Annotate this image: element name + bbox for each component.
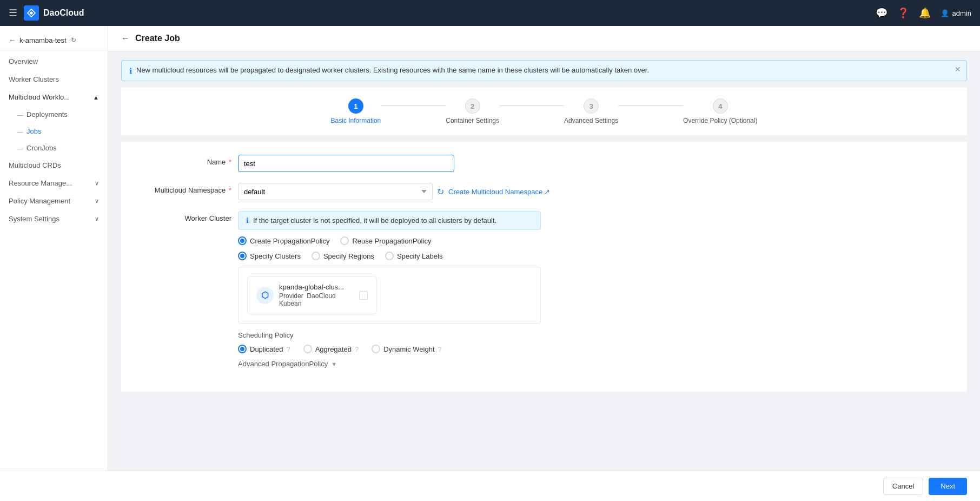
next-button[interactable]: Next [929,478,967,495]
name-row: Name * [134,155,954,172]
worker-cluster-info-box: ℹ If the target cluster is not specified… [238,211,541,230]
footer: Cancel Next [0,471,980,501]
logo-icon [24,5,39,21]
step-3-label: Advanced Settings [564,117,618,124]
reuse-propagation-option[interactable]: Reuse PropagationPolicy [340,236,431,245]
name-input[interactable] [238,155,454,172]
chevron-up-icon: ▲ [93,94,99,101]
specify-clusters-option[interactable]: Specify Clusters [238,252,301,260]
sidebar-item-label: CronJobs [27,144,57,152]
worker-cluster-wrap: ℹ If the target cluster is not specified… [238,211,954,368]
sidebar-item-label: Resource Manage... [9,179,72,187]
create-propagation-option[interactable]: Create PropagationPolicy [238,236,329,245]
advanced-propagation-label: Advanced PropagationPolicy [238,360,328,368]
step-4-circle: 4 [713,98,728,114]
sidebar-item-cronjobs[interactable]: CronJobs [0,140,108,156]
step-line-1 [381,106,446,106]
cluster-logo-icon: ⬡ [256,287,274,304]
namespace-select[interactable]: default [238,183,433,200]
cluster-area: ⬡ kpanda-global-clus... Provider DaoClou… [238,267,541,324]
scheduling-policy-label: Scheduling Policy [238,331,954,339]
create-namespace-link[interactable]: Create Multicloud Namespace ↗ [448,188,550,196]
step-1-circle: 1 [348,98,363,114]
svg-point-1 [30,11,32,14]
cluster-name: kpanda-global-clus... [279,283,354,291]
step-3-circle: 3 [584,98,599,114]
duplicated-option[interactable]: Duplicated ? [238,345,290,353]
sidebar-item-worker-clusters[interactable]: Worker Clusters [0,70,108,88]
cluster-checkbox[interactable] [359,291,368,300]
required-asterisk-ns: * [229,186,231,194]
sidebar-item-policy-management[interactable]: Policy Management ∨ [0,192,108,210]
scheduling-options: Duplicated ? Aggregated ? Dynamic Weight [238,345,954,353]
propagation-policy-group: Create PropagationPolicy Reuse Propagati… [238,236,954,245]
specify-regions-radio[interactable] [312,252,320,260]
namespace-row: Multicloud Namespace * default ↻ Create … [134,183,954,200]
page-back-button[interactable]: ← [121,34,130,43]
step-1: 1 Basic Information [331,98,381,124]
sidebar-item-label: Worker Clusters [9,75,59,83]
user-name: admin [952,9,971,17]
cluster-info: kpanda-global-clus... Provider DaoCloud … [279,283,354,307]
cancel-button[interactable]: Cancel [883,478,923,495]
specify-labels-radio[interactable] [385,252,394,260]
sidebar-item-resource-management[interactable]: Resource Manage... ∨ [0,174,108,192]
workspace-refresh-icon[interactable]: ↻ [71,36,76,44]
notification-icon[interactable]: 🔔 [919,7,931,19]
sidebar-item-deployments[interactable]: Deployments [0,106,108,123]
sidebar-item-system-settings[interactable]: System Settings ∨ [0,210,108,228]
dynamic-weight-option[interactable]: Dynamic Weight ? [372,345,442,353]
sidebar-item-jobs[interactable]: Jobs [0,123,108,140]
sidebar-item-label: Multicloud Worklo... [9,93,70,101]
name-label: Name * [134,155,231,166]
sidebar-item-overview[interactable]: Overview [0,52,108,70]
cluster-card: ⬡ kpanda-global-clus... Provider DaoClou… [247,276,377,314]
specify-clusters-radio[interactable] [238,252,247,260]
namespace-refresh-icon[interactable]: ↻ [437,187,444,197]
logo-text: DaoCloud [43,8,84,18]
duplicated-radio[interactable] [238,345,247,353]
hamburger-icon[interactable]: ☰ [9,7,17,19]
duplicated-help-icon[interactable]: ? [286,345,290,353]
step-line-3 [618,106,683,106]
chevron-down-icon: ∨ [95,215,99,222]
specify-regions-option[interactable]: Specify Regions [312,252,374,260]
help-icon[interactable]: ❓ [897,7,909,19]
step-2: 2 Container Settings [446,98,499,124]
dynamic-weight-help-icon[interactable]: ? [438,345,442,353]
namespace-select-wrap: default ↻ Create Multicloud Namespace ↗ [238,183,954,200]
workspace-back-icon[interactable]: ← [9,36,16,44]
topnav: ☰ DaoCloud 💬 ❓ 🔔 👤 admin [0,0,980,26]
create-propagation-radio[interactable] [238,236,247,245]
user-menu[interactable]: 👤 admin [941,9,971,17]
external-link-icon: ↗ [544,188,550,196]
sidebar-item-label: Multicloud CRDs [9,161,61,169]
content-area: ← Create Job ℹ New multicloud resources … [108,26,980,471]
cluster-provider: Provider DaoCloud Kubean [279,292,354,307]
advanced-propagation-row[interactable]: Advanced PropagationPolicy ▼ [238,360,954,368]
banner-close-button[interactable]: ✕ [955,65,961,74]
steps-container: 1 Basic Information 2 Container Settings… [121,88,967,135]
specify-labels-option[interactable]: Specify Labels [385,252,443,260]
chevron-down-icon: ∨ [95,180,99,187]
sidebar-item-label: Deployments [27,110,68,118]
message-icon[interactable]: 💬 [876,7,888,19]
aggregated-option[interactable]: Aggregated ? [303,345,359,353]
logo: DaoCloud [24,5,84,21]
reuse-propagation-radio[interactable] [340,236,349,245]
step-4-label: Override Policy (Optional) [683,117,757,124]
page-header: ← Create Job [108,26,980,51]
sidebar-item-multicloud-crds[interactable]: Multicloud CRDs [0,156,108,174]
worker-cluster-row: Worker Cluster ℹ If the target cluster i… [134,211,954,368]
topnav-icons: 💬 ❓ 🔔 👤 admin [876,7,971,19]
aggregated-radio[interactable] [303,345,312,353]
form-area: Name * Multicloud Namespace * default ↻ [121,142,967,392]
banner-text: New multicloud resources will be propaga… [136,66,649,74]
aggregated-help-icon[interactable]: ? [355,345,359,353]
dynamic-weight-radio[interactable] [372,345,380,353]
sidebar-item-label: Policy Management [9,197,70,205]
chevron-down-icon: ∨ [95,197,99,205]
step-line-2 [499,106,564,106]
sidebar-item-multicloud-workloads[interactable]: Multicloud Worklo... ▲ [0,88,108,106]
sidebar-item-label: System Settings [9,215,59,223]
